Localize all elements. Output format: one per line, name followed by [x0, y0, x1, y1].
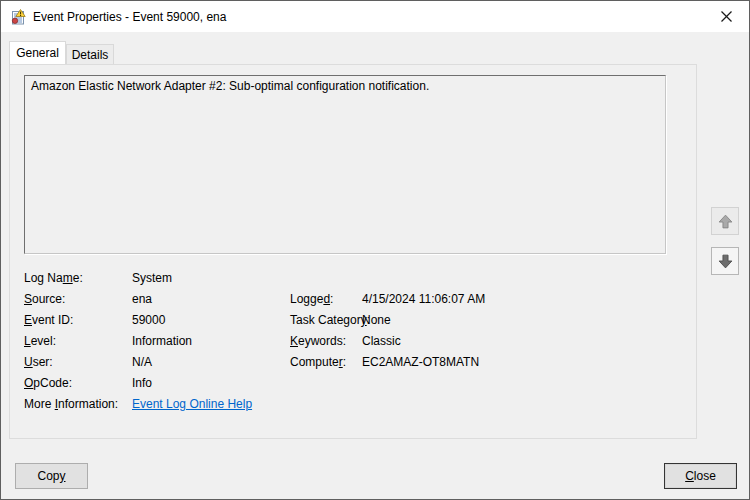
down-arrow-icon [717, 253, 734, 270]
event-description-text: Amazon Elastic Network Adapter #2: Sub-o… [31, 79, 429, 93]
computer-label: Computer: [290, 352, 346, 373]
tab-general[interactable]: General [9, 41, 66, 64]
event-properties-dialog: Event Properties - Event 59000, ena Gene… [0, 0, 750, 500]
window-close-button[interactable] [704, 1, 749, 32]
property-row-more-information: More Information: Event Log Online Help [24, 394, 684, 415]
close-icon [721, 11, 732, 22]
previous-event-button[interactable] [711, 207, 739, 235]
logged-value: 4/15/2024 11:06:07 AM [362, 289, 485, 310]
general-tab-panel: Amazon Elastic Network Adapter #2: Sub-o… [9, 64, 697, 439]
property-row-level-keywords: Level: Information Keywords: Classic [24, 331, 684, 352]
computer-value: EC2AMAZ-OT8MATN [362, 352, 479, 373]
event-id-value: 59000 [132, 310, 165, 331]
property-row-source-logged: Source: ena Logged: 4/15/2024 11:06:07 A… [24, 289, 684, 310]
log-name-value: System [132, 268, 172, 289]
user-value: N/A [132, 352, 152, 373]
user-label: User: [24, 352, 53, 373]
keywords-label: Keywords: [290, 331, 346, 352]
property-row-user-computer: User: N/A Computer: EC2AMAZ-OT8MATN [24, 352, 684, 373]
more-information-label: More Information: [24, 394, 118, 415]
property-row-opcode: OpCode: Info [24, 373, 684, 394]
task-category-label: Task Category: [290, 310, 370, 331]
title-bar[interactable]: Event Properties - Event 59000, ena [1, 1, 749, 32]
level-value: Information [132, 331, 192, 352]
level-label: Level: [24, 331, 56, 352]
source-label: Source: [24, 289, 65, 310]
log-name-label: Log Name: [24, 268, 83, 289]
property-row-eventid-taskcategory: Event ID: 59000 Task Category: None [24, 310, 684, 331]
keywords-value: Classic [362, 331, 401, 352]
opcode-value: Info [132, 373, 152, 394]
event-properties-grid: Log Name: System Source: ena Logged: 4/1… [24, 268, 684, 415]
logged-label: Logged: [290, 289, 333, 310]
property-row-log-name: Log Name: System [24, 268, 684, 289]
opcode-label: OpCode: [24, 373, 72, 394]
next-event-button[interactable] [711, 247, 739, 275]
task-category-value: None [362, 310, 391, 331]
window-title: Event Properties - Event 59000, ena [33, 10, 226, 24]
copy-button[interactable]: Copy [15, 463, 88, 489]
tab-details-label: Details [72, 48, 109, 62]
tab-general-label: General [16, 46, 59, 60]
tab-details[interactable]: Details [66, 44, 114, 64]
up-arrow-icon [717, 213, 734, 230]
source-value: ena [132, 289, 152, 310]
event-description-box[interactable]: Amazon Elastic Network Adapter #2: Sub-o… [24, 75, 666, 254]
event-log-online-help-link[interactable]: Event Log Online Help [132, 394, 252, 415]
event-properties-icon [10, 9, 26, 25]
close-button[interactable]: Close [664, 463, 737, 489]
event-id-label: Event ID: [24, 310, 73, 331]
